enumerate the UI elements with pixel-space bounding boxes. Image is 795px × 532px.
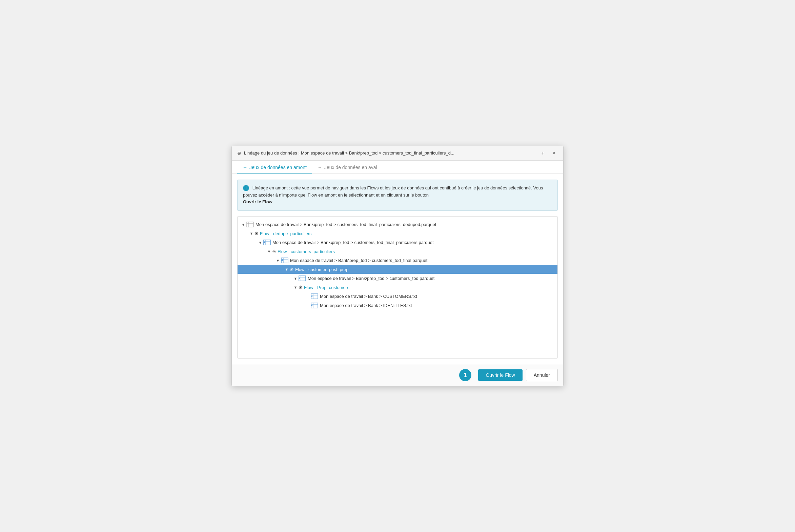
- node-label: Mon espace de travail > Bank > IDENTITES…: [320, 303, 412, 308]
- node-label: Mon espace de travail > Bank > CUSTOMERS…: [320, 294, 417, 299]
- svg-rect-0: [247, 222, 253, 227]
- title-bar: ⊕ Linéage du jeu de données : Mon espace…: [232, 146, 563, 160]
- open-flow-button[interactable]: Ouvrir le Flow: [478, 369, 522, 381]
- info-main-text: Linéage en amont : cette vue permet de n…: [243, 185, 543, 197]
- tree-row[interactable]: ▼ Mon espace de travail > Bank\prep_tod …: [238, 274, 557, 283]
- node-label: Flow - dedupe_particuliers: [260, 231, 311, 236]
- step-badge: 1: [459, 369, 471, 381]
- dataset-icon: [246, 222, 254, 227]
- flow-icon: ✳: [254, 231, 259, 236]
- dataset-icon: [281, 258, 288, 263]
- info-text: Linéage en amont : cette vue permet de n…: [243, 185, 543, 205]
- tree-row-selected[interactable]: ▼ ✳ Flow - customer_post_prep: [238, 265, 557, 274]
- tree-row[interactable]: ▼ Mon espace de travail > Bank\prep_tod …: [238, 256, 557, 265]
- toggle-icon: ▼: [241, 223, 246, 227]
- tree-row[interactable]: ▼ Mon espace de travail > Bank\prep_tod …: [238, 220, 557, 229]
- info-icon: i: [243, 185, 249, 191]
- add-tab-button[interactable]: +: [539, 149, 546, 157]
- tree-row[interactable]: ▼ Mon espace de travail > Bank\prep_tod …: [238, 238, 557, 247]
- info-bold-text: Ouvrir le Flow: [243, 199, 272, 204]
- footer: 1 Ouvrir le Flow Annuler: [232, 364, 563, 386]
- flow-link: Flow - dedupe_particuliers: [260, 231, 311, 236]
- node-label: Flow - customers_particuliers: [278, 249, 335, 254]
- tab-upstream[interactable]: ← Jeux de données en amont: [237, 160, 312, 174]
- lineage-icon: ⊕: [237, 150, 241, 156]
- flow-link: Flow - customer_post_prep: [295, 267, 349, 272]
- close-button[interactable]: ×: [551, 149, 558, 157]
- dataset-icon: [311, 303, 318, 308]
- toggle-icon: ▼: [267, 249, 271, 253]
- node-label: Flow - customer_post_prep: [295, 267, 349, 272]
- tab-downstream-label: Jeux de données en aval: [324, 165, 377, 170]
- toggle-icon: ▼: [258, 241, 263, 245]
- node-label: Mon espace de travail > Bank\prep_tod > …: [308, 276, 434, 281]
- flow-link: Flow - Prep_customers: [304, 285, 349, 290]
- tree-row[interactable]: ▼ ✳ Flow - Prep_customers: [238, 283, 557, 292]
- flow-icon: ✳: [290, 267, 294, 272]
- flow-icon: ✳: [299, 285, 303, 290]
- dataset-icon: [263, 240, 271, 245]
- tab-upstream-label: Jeux de données en amont: [249, 165, 307, 170]
- title-bar-right: + ×: [539, 149, 558, 157]
- toggle-icon: ▼: [276, 259, 280, 263]
- node-label: Mon espace de travail > Bank\prep_tod > …: [255, 222, 436, 227]
- node-label: Mon espace de travail > Bank\prep_tod > …: [290, 258, 427, 263]
- cancel-button[interactable]: Annuler: [526, 369, 558, 381]
- dataset-icon: [299, 276, 306, 281]
- node-label: Mon espace de travail > Bank\prep_tod > …: [272, 240, 434, 245]
- tab-bar: ← Jeux de données en amont → Jeux de don…: [232, 160, 563, 174]
- tab-downstream[interactable]: → Jeux de données en aval: [312, 160, 383, 174]
- toggle-icon: ▼: [293, 285, 298, 289]
- lineage-dialog: ⊕ Linéage du jeu de données : Mon espace…: [231, 146, 564, 386]
- dialog-title: Linéage du jeu de données : Mon espace d…: [244, 150, 454, 155]
- dataset-icon: [311, 293, 318, 299]
- arrow-left-icon: ←: [243, 165, 247, 170]
- flow-icon: ✳: [272, 249, 276, 254]
- toggle-icon: ▼: [293, 277, 298, 281]
- tree-row[interactable]: Mon espace de travail > Bank > CUSTOMERS…: [238, 292, 557, 301]
- tree-row[interactable]: Mon espace de travail > Bank > IDENTITES…: [238, 301, 557, 310]
- info-box: i Linéage en amont : cette vue permet de…: [237, 179, 558, 211]
- node-label: Flow - Prep_customers: [304, 285, 349, 290]
- toggle-icon: ▼: [249, 231, 254, 235]
- tree-container: ▼ Mon espace de travail > Bank\prep_tod …: [237, 216, 558, 359]
- title-bar-left: ⊕ Linéage du jeu de données : Mon espace…: [237, 150, 454, 156]
- arrow-right-icon: →: [318, 165, 322, 170]
- tree-row[interactable]: ▼ ✳ Flow - dedupe_particuliers: [238, 229, 557, 238]
- tree-row[interactable]: ▼ ✳ Flow - customers_particuliers: [238, 247, 557, 256]
- flow-link: Flow - customers_particuliers: [278, 249, 335, 254]
- toggle-icon: ▼: [284, 267, 289, 271]
